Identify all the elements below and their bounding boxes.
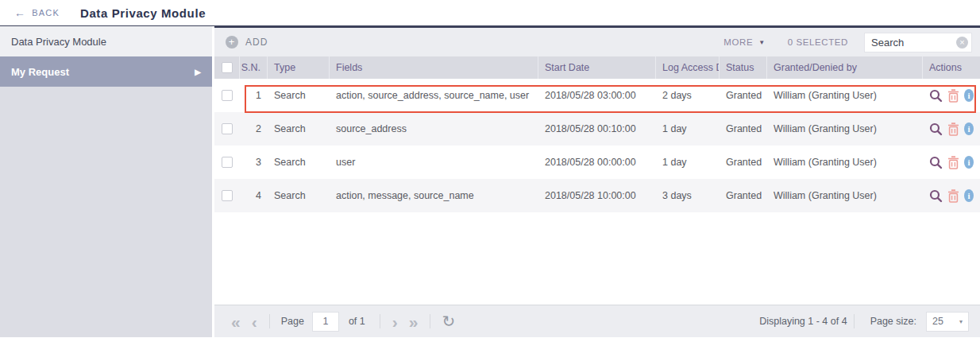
cell-actions: i — [923, 146, 980, 179]
cell-sn: 3 — [240, 146, 268, 179]
cell-actions: i — [923, 112, 980, 146]
cell-granted-denied-by: William (Granting User) — [767, 79, 923, 112]
info-icon[interactable]: i — [964, 189, 974, 202]
cell-status: Granted — [720, 179, 767, 212]
view-search-icon[interactable] — [929, 88, 943, 103]
prev-page-button[interactable]: ‹ — [246, 313, 263, 330]
column-header-start-date[interactable]: Start Date — [538, 56, 656, 79]
of-total-label: of 1 — [349, 316, 365, 327]
column-header-log-access-duration[interactable]: Log Access D — [656, 56, 720, 79]
info-icon[interactable]: i — [964, 122, 974, 135]
table-row: 1 Search action, source_address, source_… — [214, 79, 980, 112]
cell-log-access-duration: 3 days — [656, 179, 720, 212]
cell-log-access-duration: 1 day — [656, 112, 720, 146]
view-search-icon[interactable] — [929, 155, 943, 169]
cell-status: Granted — [720, 146, 767, 179]
divider — [430, 314, 430, 328]
table-row: 4 Search action, message, source_name 20… — [214, 179, 980, 212]
divider — [854, 314, 855, 328]
cell-start-date: 2018/05/28 10:00:00 — [538, 179, 656, 212]
cell-granted-denied-by: William (Granting User) — [767, 112, 923, 146]
back-button[interactable]: ← BACK — [14, 7, 60, 18]
delete-icon[interactable] — [947, 188, 959, 203]
table-body: 1 Search action, source_address, source_… — [214, 79, 980, 212]
table-header: S.N. Type Fields Start Date Log Access D… — [214, 56, 980, 79]
sidebar-item-label: Data Privacy Module — [11, 36, 106, 48]
cell-sn: 4 — [240, 179, 268, 212]
search-box: × — [864, 33, 972, 52]
cell-granted-denied-by: William (Granting User) — [767, 179, 923, 212]
cell-actions: i — [923, 79, 980, 112]
cell-log-access-duration: 1 day — [656, 146, 720, 179]
column-header-sn[interactable]: S.N. — [240, 56, 268, 79]
sidebar-item-data-privacy-module[interactable]: Data Privacy Module — [0, 26, 212, 56]
add-label: ADD — [245, 37, 268, 48]
sidebar: Data Privacy Module My Request ▶ — [0, 26, 212, 337]
cell-fields: action, source_address, source_name, use… — [330, 79, 538, 112]
cell-type: Search — [268, 112, 330, 146]
cell-start-date: 2018/05/28 00:10:00 — [538, 112, 656, 146]
clear-search-icon[interactable]: × — [956, 37, 968, 49]
select-all-checkbox[interactable] — [222, 62, 233, 73]
cell-fields: user — [330, 146, 538, 179]
back-arrow-icon: ← — [14, 7, 26, 18]
refresh-icon[interactable]: ↻ — [437, 312, 460, 331]
column-header-granted-denied-by[interactable]: Granted/Denied by — [767, 56, 923, 79]
column-header-fields[interactable]: Fields — [330, 56, 538, 79]
delete-icon[interactable] — [947, 155, 959, 169]
delete-icon[interactable] — [947, 122, 959, 136]
cell-granted-denied-by: William (Granting User) — [767, 146, 923, 179]
table-row: 3 Search user 2018/05/28 00:00:00 1 day … — [214, 146, 980, 179]
cell-status: Granted — [720, 79, 767, 112]
info-icon[interactable]: i — [964, 89, 974, 102]
view-search-icon[interactable] — [929, 188, 943, 203]
cell-sn: 2 — [240, 112, 268, 146]
table-row: 2 Search source_address 2018/05/28 00:10… — [214, 112, 980, 146]
cell-fields: action, message, source_name — [330, 179, 538, 212]
cell-status: Granted — [720, 112, 767, 146]
app-window: ← BACK Data Privacy Module Data Privacy … — [0, 0, 980, 337]
info-icon[interactable]: i — [964, 156, 974, 169]
column-header-actions: Actions — [923, 56, 980, 79]
page-title: Data Privacy Module — [80, 6, 206, 20]
cell-sn: 1 — [240, 79, 268, 112]
sidebar-item-my-request[interactable]: My Request ▶ — [0, 56, 212, 87]
selected-count: 0 SELECTED — [788, 37, 848, 47]
cell-type: Search — [268, 79, 330, 112]
chevron-right-icon: ▶ — [195, 68, 201, 76]
row-checkbox[interactable] — [222, 90, 233, 101]
page-size-value: 25 — [932, 316, 943, 327]
delete-icon[interactable] — [947, 88, 959, 103]
first-page-button[interactable]: « — [226, 313, 246, 330]
cell-log-access-duration: 2 days — [656, 79, 720, 112]
page-size-label: Page size: — [870, 316, 916, 327]
page-label: Page — [281, 316, 304, 327]
last-page-button[interactable]: » — [403, 313, 424, 330]
row-checkbox[interactable] — [222, 157, 233, 168]
sidebar-item-label: My Request — [11, 66, 69, 78]
next-page-button[interactable]: › — [387, 313, 403, 330]
more-button[interactable]: MORE ▼ — [723, 37, 765, 47]
column-header-status[interactable]: Status — [720, 56, 767, 79]
row-checkbox[interactable] — [222, 190, 233, 201]
pagination-bar: « ‹ Page of 1 › » ↻ Displaying 1 - 4 of … — [214, 305, 980, 337]
cell-start-date: 2018/05/28 03:00:00 — [538, 79, 656, 112]
plus-icon: + — [226, 36, 238, 49]
top-header: ← BACK Data Privacy Module — [0, 0, 980, 26]
column-header-type[interactable]: Type — [268, 56, 330, 79]
grid-panel: + ADD MORE ▼ 0 SELECTED × S. — [214, 26, 980, 337]
cell-type: Search — [268, 179, 330, 212]
cell-start-date: 2018/05/28 00:00:00 — [538, 146, 656, 179]
page-size-select[interactable]: 25 ▾ — [926, 312, 969, 332]
view-search-icon[interactable] — [929, 122, 943, 136]
add-button[interactable]: + ADD — [226, 36, 268, 49]
cell-actions: i — [923, 179, 980, 212]
row-checkbox[interactable] — [222, 123, 233, 134]
divider — [380, 314, 380, 328]
displaying-range-label: Displaying 1 - 4 of 4 — [759, 316, 847, 327]
cell-fields: source_address — [330, 112, 538, 146]
page-number-input[interactable] — [312, 312, 339, 332]
grid-toolbar: + ADD MORE ▼ 0 SELECTED × — [214, 28, 980, 56]
more-label: MORE — [723, 37, 753, 47]
chevron-down-icon: ▾ — [959, 318, 963, 325]
